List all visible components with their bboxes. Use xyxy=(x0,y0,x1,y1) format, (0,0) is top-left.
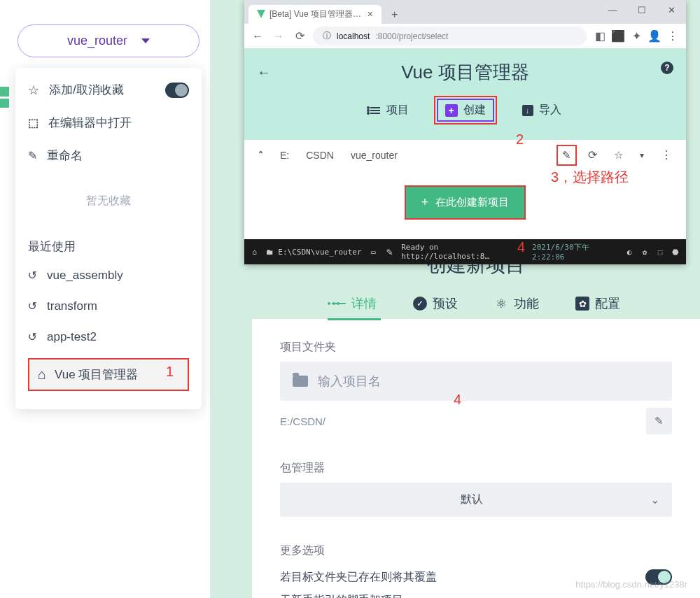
recent-item[interactable]: transform xyxy=(15,291,202,322)
tab-config-label: 配置 xyxy=(595,295,620,312)
ext-icon[interactable]: ◧ xyxy=(592,29,608,44)
list-icon xyxy=(332,297,346,311)
header-tabs: 项目 + 创建 ↓ 导入 xyxy=(244,96,686,133)
profile-icon[interactable]: 👤 xyxy=(647,29,662,44)
nav-reload-icon[interactable]: ⟳ xyxy=(292,29,307,44)
annotation-4: 4 xyxy=(454,392,461,408)
vue-logo-icon xyxy=(257,10,265,18)
project-name-placeholder: 输入项目名 xyxy=(318,373,381,390)
home-icon[interactable]: ⌂ xyxy=(250,247,259,257)
pencil-icon[interactable] xyxy=(385,247,394,257)
recent-item-label: transform xyxy=(47,299,189,313)
header-tab-create[interactable]: + 创建 xyxy=(434,96,497,124)
menu-icon[interactable]: ⋮ xyxy=(665,29,680,44)
tab-preset[interactable]: ✓ 预设 xyxy=(409,288,462,319)
favorite-toggle[interactable] xyxy=(165,83,189,98)
folder-field-label: 项目文件夹 xyxy=(280,340,672,355)
menu-open-in-editor[interactable]: 在编辑器中打开 xyxy=(15,106,202,139)
gear-icon[interactable]: ✿ xyxy=(640,247,650,257)
menu-toggle-favorite[interactable]: 添加/取消收藏 xyxy=(15,73,202,106)
bug-icon[interactable]: ⬣ xyxy=(671,247,680,257)
header-tab-import[interactable]: ↓ 导入 xyxy=(512,96,571,124)
menu-open-editor-label: 在编辑器中打开 xyxy=(48,115,189,131)
history-icon xyxy=(28,269,37,283)
recent-item-label: app-test2 xyxy=(47,330,189,344)
plus-icon: + xyxy=(445,104,458,117)
status-ready-text: Ready on http://localhost:8… xyxy=(401,243,525,261)
path-more-button[interactable] xyxy=(654,144,679,166)
path-refresh-button[interactable] xyxy=(581,144,604,166)
share-icon: ⚛ xyxy=(494,297,508,311)
path-favorite-dropdown[interactable] xyxy=(633,146,651,164)
tab-detail-label: 详情 xyxy=(351,295,377,312)
recent-item[interactable]: app-test2 xyxy=(15,322,202,353)
project-dropdown-menu: 添加/取消收藏 在编辑器中打开 重命名 暂无收藏 最近使用 vue_assemb… xyxy=(15,68,202,409)
tab-preset-label: 预设 xyxy=(433,295,458,312)
status-bar: ⌂ 🖿 E:\CSDN\vue_router ▭ Ready on http:/… xyxy=(244,239,686,264)
extension-icons: ◧ ⬛ ✦ 👤 ⋮ xyxy=(592,29,680,44)
url-path: :8000/project/select xyxy=(375,31,448,41)
project-selector[interactable]: vue_router xyxy=(18,24,200,57)
pencil-icon xyxy=(28,149,37,163)
recent-section-title: 最近使用 xyxy=(15,230,202,260)
recent-item-label: vue_assembly xyxy=(47,269,189,283)
browser-tab-title: [Beta] Vue 项目管理器 - Vue CL xyxy=(270,8,363,20)
annotation-2: 2 xyxy=(516,131,524,148)
address-bar: ← → ⟳ ⓘ localhost:8000/project/select ◧ … xyxy=(244,24,686,49)
recent-item[interactable]: vue_assembly xyxy=(15,260,202,291)
tab-feature[interactable]: ⚛ 功能 xyxy=(490,288,543,319)
header-tab-import-label: 导入 xyxy=(539,103,561,118)
path-row: E: CSDN vue_router xyxy=(244,140,686,170)
history-icon xyxy=(28,299,37,313)
terminal-icon[interactable]: ▭ xyxy=(369,247,378,257)
browser-window: [Beta] Vue 项目管理器 - Vue CL × + — ☐ ✕ ← → … xyxy=(244,0,686,264)
form-body: 项目文件夹 输入项目名 E:/CSDN/ 包管理器 默认 ⌄ 更多选项 xyxy=(252,319,700,598)
new-tab-button[interactable]: + xyxy=(387,7,402,22)
window-maximize[interactable]: ☐ xyxy=(627,0,657,20)
path-display: E:/CSDN/ xyxy=(280,415,639,427)
path-segment-csdn[interactable]: CSDN xyxy=(299,145,341,165)
chevron-down-icon: ⌄ xyxy=(650,493,659,506)
help-icon[interactable]: ? xyxy=(661,62,673,74)
watermark: https://blog.csdn.net/y1238r xyxy=(575,579,687,590)
form-tabs: 详情 ✓ 预设 ⚛ 功能 ✿ 配置 xyxy=(252,288,700,319)
vue-project-manager-home[interactable]: Vue 项目管理器 xyxy=(28,358,189,391)
nav-back-icon[interactable]: ← xyxy=(250,29,265,44)
ext-icon[interactable]: ⬛ xyxy=(610,29,626,44)
path-favorite-button[interactable] xyxy=(607,145,630,166)
header-tab-project[interactable]: 项目 xyxy=(360,96,419,124)
close-tab-icon[interactable]: × xyxy=(368,8,373,20)
more-options-label: 更多选项 xyxy=(280,543,672,558)
browser-tab[interactable]: [Beta] Vue 项目管理器 - Vue CL × xyxy=(248,5,382,24)
translate-icon[interactable]: ⬚ xyxy=(655,247,665,257)
path-segment-drive[interactable]: E: xyxy=(273,145,296,165)
annotation-4: 4 xyxy=(517,239,525,255)
back-arrow-icon[interactable]: ← xyxy=(257,64,271,80)
home-icon xyxy=(38,366,46,383)
window-close[interactable]: ✕ xyxy=(657,0,686,20)
header-tab-create-label: 创建 xyxy=(463,103,486,118)
tab-detail[interactable]: 详情 xyxy=(328,288,381,319)
divider xyxy=(15,225,202,226)
plus-icon: + xyxy=(421,195,429,210)
package-manager-select[interactable]: 默认 ⌄ xyxy=(280,483,672,517)
path-edit-button[interactable] xyxy=(556,145,577,166)
url-field[interactable]: ⓘ localhost:8000/project/select xyxy=(313,27,587,45)
edit-path-button[interactable] xyxy=(646,408,672,434)
project-name-input[interactable]: 输入项目名 xyxy=(280,362,672,401)
site-info-icon[interactable]: ⓘ xyxy=(323,30,331,42)
path-up-button[interactable] xyxy=(251,145,270,165)
contrast-icon[interactable]: ◐ xyxy=(624,247,634,257)
window-minimize[interactable]: — xyxy=(598,0,627,20)
create-here-button[interactable]: + 在此创建新项目 xyxy=(405,185,526,220)
menu-rename-label: 重命名 xyxy=(47,148,189,164)
tab-config[interactable]: ✿ 配置 xyxy=(571,288,624,319)
menu-rename[interactable]: 重命名 xyxy=(15,139,202,172)
url-host: localhost xyxy=(337,31,370,41)
status-path[interactable]: 🖿 E:\CSDN\vue_router xyxy=(266,248,361,257)
tab-feature-label: 功能 xyxy=(514,295,539,312)
extensions-icon[interactable]: ✦ xyxy=(629,29,644,44)
path-current-folder[interactable]: vue_router xyxy=(344,145,554,165)
title-bar: [Beta] Vue 项目管理器 - Vue CL × + — ☐ ✕ xyxy=(244,0,686,24)
nav-forward-icon[interactable]: → xyxy=(271,29,286,44)
